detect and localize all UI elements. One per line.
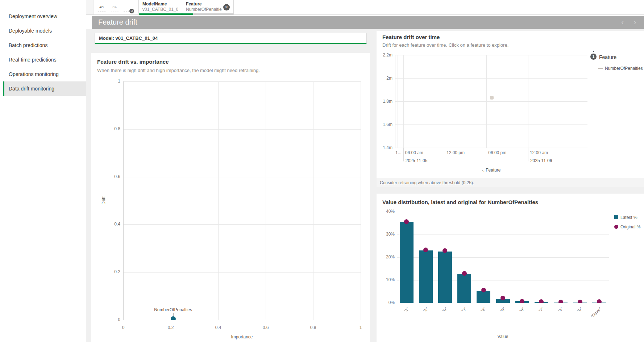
y-axis-line (395, 55, 395, 148)
sheet-content: Model: v01_CATBC_01_04 Feature drift vs.… (86, 29, 644, 342)
y-tick-label: 2.2m (379, 52, 392, 58)
legend-item-original[interactable]: Original % (620, 224, 640, 229)
time-series-point[interactable] (490, 96, 494, 100)
sheet-header: Feature drift ‹ › (92, 16, 644, 29)
sidebar-item-label: Batch predictions (9, 42, 47, 48)
h-gridline (395, 124, 587, 125)
legend-scroll-up-icon[interactable]: ▲ (592, 50, 595, 52)
point-original[interactable] (578, 300, 582, 303)
v-gridline (486, 55, 487, 148)
point-original[interactable] (597, 299, 602, 303)
scatter-point[interactable] (171, 316, 176, 320)
x-tick-label: 06:00 am (405, 150, 431, 155)
x-category-label: "3" (448, 307, 468, 326)
x-axis-title: -, Feature (473, 168, 510, 173)
legend-item-numberofpenalties[interactable]: NumberOfPenalties (605, 66, 643, 71)
legend-original-swatch (614, 225, 618, 229)
bar-latest[interactable] (438, 252, 452, 303)
sidebar-item-batch-predictions[interactable]: Batch predictions (3, 38, 86, 52)
point-label-connector (173, 313, 174, 316)
date-separator (403, 148, 404, 161)
sidebar-item-data-drift-monitoring[interactable]: Data drift monitoring (3, 81, 86, 96)
value-distribution-card: Value distribution, latest and original … (377, 194, 644, 342)
sidebar-item-label: Data drift monitoring (9, 86, 54, 92)
prev-sheet-button[interactable]: ‹ (619, 18, 627, 26)
x-category-label: "5" (486, 307, 506, 326)
clear-selections-button[interactable]: ⊘ (123, 3, 132, 12)
x-category-label: "1" (390, 307, 410, 326)
y-tick-label: 0.8 (107, 126, 120, 131)
toolbar-gutter (86, 0, 94, 14)
y-tick-label: 0.2 (107, 269, 120, 274)
y-tick-label: 40% (380, 209, 395, 214)
step-back-selection-button[interactable]: ↶ (97, 3, 106, 12)
x-tick-label: 0 (116, 325, 130, 330)
bar-latest[interactable] (419, 250, 433, 303)
y-tick-label: 0 (107, 317, 120, 322)
selection-chip-modelname[interactable]: ModelName v01_CATBC_01_04 (138, 0, 182, 15)
sidebar-item-label: Deployment overview (9, 13, 57, 19)
model-filter-label: Model: v01_CATBC_01_04 (99, 35, 158, 41)
sidebar-item-label: Operations monitoring (9, 71, 59, 77)
x-axis-title: Importance (220, 334, 264, 339)
chevron-left-icon: ‹ (621, 18, 624, 27)
x-tick-label: 12:00 am (530, 150, 555, 155)
y-tick-label: 2m (379, 76, 392, 81)
y-tick-label: 1 (107, 79, 120, 84)
chip-field-label: ModelName (142, 1, 178, 7)
bar-latest[interactable] (457, 274, 471, 303)
point-original[interactable] (481, 288, 486, 292)
point-original[interactable] (423, 248, 428, 252)
y-tick-label: 0% (380, 300, 395, 305)
y-axis-title: Drift (101, 193, 106, 208)
v-gridline (398, 55, 398, 148)
sidebar-item-operations-monitoring[interactable]: Operations monitoring (3, 67, 86, 81)
y-tick-label: 0.4 (107, 221, 120, 227)
point-original[interactable] (404, 219, 409, 224)
x-category-label: "6" (506, 307, 525, 326)
point-label: NumberOfPenalties (144, 307, 202, 312)
x-category-label: "0" (429, 307, 448, 326)
chip-selection-underline (139, 13, 182, 15)
legend-title: Feature (599, 54, 616, 60)
bar-latest[interactable] (400, 222, 414, 303)
h-gridline (397, 303, 609, 303)
remove-selection-icon[interactable]: ✕ (223, 4, 230, 10)
threshold-footnote: Consider retraining when above threshold… (377, 178, 644, 187)
point-original[interactable] (520, 299, 524, 303)
y-tick-label: 1.8m (379, 99, 392, 104)
sidebar-item-deployment-overview[interactable]: Deployment overview (3, 9, 86, 24)
h-gridline (395, 148, 587, 148)
sidebar-item-real-time-predictions[interactable]: Real-time predictions (3, 52, 86, 67)
x-axis-title: Value (485, 334, 521, 339)
point-original[interactable] (539, 299, 544, 303)
y-tick-label: 20% (380, 254, 395, 259)
x-tick-label: 0.4 (211, 325, 225, 330)
v-gridline (361, 81, 361, 320)
next-sheet-button[interactable]: › (631, 18, 639, 26)
h-gridline (395, 78, 587, 79)
point-original[interactable] (462, 271, 467, 276)
sidebar: Deployment overview Deployable models Ba… (0, 0, 86, 342)
y-tick-label: 1.4m (379, 145, 392, 150)
legend-item-latest[interactable]: Latest % (620, 215, 637, 220)
bar-latest[interactable] (477, 291, 490, 303)
sidebar-item-label: Real-time predictions (9, 57, 57, 63)
x-category-label: "8" (544, 307, 564, 326)
step-forward-selection-button[interactable]: ↷ (110, 3, 119, 12)
point-original[interactable] (558, 300, 563, 303)
feature-drift-vs-importance-card: Feature drift vs. importance When there … (91, 53, 370, 342)
v-gridline (403, 55, 404, 148)
sidebar-item-deployable-models[interactable]: Deployable models (3, 24, 86, 38)
feature-drift-over-time-card: Feature drift over time Drift for each f… (377, 31, 644, 187)
selection-chip-feature[interactable]: Feature NumberOfPenalties ✕ (182, 0, 234, 15)
x-category-label: "Other" (583, 307, 602, 326)
x-tick-label: 06:00 pm (488, 150, 514, 155)
dimension-count-badge: 1 (590, 54, 597, 60)
h-gridline (123, 320, 361, 320)
model-filter-select[interactable]: Model: v01_CATBC_01_04 (95, 33, 367, 44)
legend-line-swatch (598, 68, 603, 69)
x-tick-label: 0.6 (258, 325, 273, 330)
x-category-label: "2" (410, 307, 429, 326)
dist-clip (397, 212, 609, 303)
